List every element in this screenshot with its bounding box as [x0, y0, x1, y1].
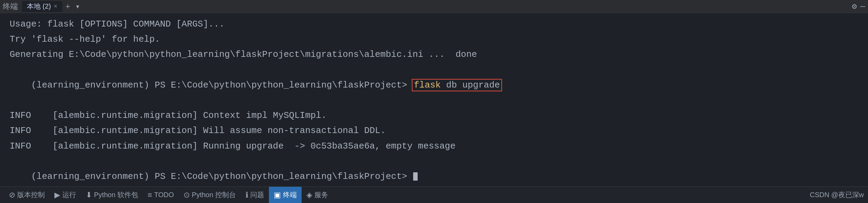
python-console-label: Python 控制台 [192, 190, 236, 200]
tab-bar: 终端 本地 (2) × + ▾ ⚙ — [0, 0, 868, 13]
prompt-text: (learning_environment) PS E:\Code\python… [31, 171, 412, 182]
terminal-icon: ▣ [274, 191, 281, 200]
minimize-icon[interactable]: — [860, 2, 865, 11]
run-icon: ▶ [54, 191, 60, 200]
command-highlight-box: flask db upgrade [412, 80, 501, 91]
python-console-icon: ⊙ [184, 191, 190, 200]
local-tab[interactable]: 本地 (2) × [22, 1, 62, 12]
todo-item[interactable]: ≡ TODO [143, 187, 179, 203]
python-package-icon: ⬇ [86, 191, 92, 200]
todo-icon: ≡ [148, 191, 152, 200]
terminal-body: Usage: flask [OPTIONS] COMMAND [ARGS]...… [0, 13, 868, 186]
services-item[interactable]: ◈ 服务 [302, 187, 333, 203]
problems-icon: ℹ [245, 191, 248, 200]
terminal-line: Usage: flask [OPTIONS] COMMAND [ARGS]... [10, 17, 861, 32]
terminal-item[interactable]: ▣ 终端 [269, 187, 302, 203]
python-package-item[interactable]: ⬇ Python 软件包 [81, 187, 143, 203]
problems-item[interactable]: ℹ 问题 [241, 187, 269, 203]
bottom-bar-right-info: CSDN @夜已深w [810, 190, 864, 200]
services-label: 服务 [314, 190, 328, 200]
terminal-prompt-line: (learning_environment) PS E:\Code\python… [10, 154, 861, 186]
version-control-label: 版本控制 [17, 190, 45, 200]
terminal-command-line: (learning_environment) PS E:\Code\python… [10, 62, 861, 108]
terminal-line: INFO [alembic.runtime.migration] Context… [10, 108, 861, 123]
cursor [413, 172, 418, 181]
prompt-prefix: (learning_environment) PS E:\Code\python… [31, 80, 412, 90]
version-control-icon: ⊘ [9, 191, 15, 200]
terminal-line: Try 'flask --help' for help. [10, 32, 861, 47]
terminal-line: Generating E:\Code\python\python_learnin… [10, 47, 861, 62]
csdn-label: CSDN @夜已深w [810, 191, 864, 199]
todo-label: TODO [154, 191, 174, 199]
terminal-label: 终端 [3, 1, 18, 12]
run-item[interactable]: ▶ 运行 [50, 187, 81, 203]
flask-keyword: flask [414, 80, 441, 90]
bottom-bar: ⊘ 版本控制 ▶ 运行 ⬇ Python 软件包 ≡ TODO ⊙ Python… [0, 186, 868, 203]
terminal-line: INFO [alembic.runtime.migration] Running… [10, 139, 861, 154]
add-tab-button[interactable]: + [64, 2, 72, 11]
python-console-item[interactable]: ⊙ Python 控制台 [179, 187, 241, 203]
tab-name: 本地 (2) [27, 2, 51, 11]
terminal-bottom-label: 终端 [283, 190, 297, 200]
settings-icon[interactable]: ⚙ [852, 1, 857, 11]
tab-close-icon[interactable]: × [54, 3, 57, 10]
problems-label: 问题 [250, 190, 264, 200]
tab-dropdown-button[interactable]: ▾ [74, 3, 81, 10]
tab-bar-controls: ⚙ — [852, 1, 865, 11]
command-rest: db upgrade [441, 80, 500, 90]
run-label: 运行 [62, 190, 76, 200]
services-icon: ◈ [306, 191, 312, 200]
python-package-label: Python 软件包 [94, 190, 138, 200]
version-control-item[interactable]: ⊘ 版本控制 [4, 187, 50, 203]
terminal-line: INFO [alembic.runtime.migration] Will as… [10, 123, 861, 138]
